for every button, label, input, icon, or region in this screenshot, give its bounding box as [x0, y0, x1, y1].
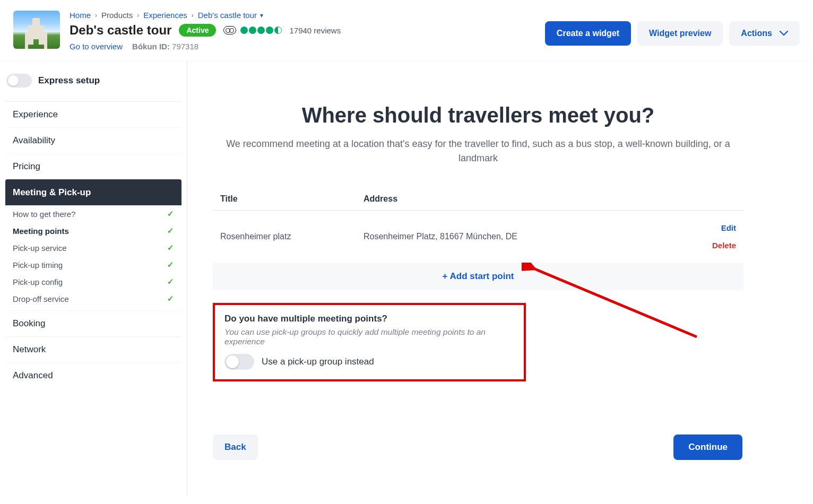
row-actions: Edit Delete [712, 223, 736, 250]
sidebar-subitems: How to get there? ✓ Meeting points ✓ Pic… [5, 205, 181, 310]
check-icon: ✓ [167, 260, 174, 270]
delete-link[interactable]: Delete [712, 241, 736, 250]
rating-dot-half-icon [274, 27, 282, 34]
sidebar-item-experience[interactable]: Experience [5, 101, 181, 127]
main-subheading: We recommend meeting at a location that'… [223, 137, 733, 166]
actions-dropdown-button[interactable]: Actions [729, 21, 800, 46]
bokun-id-value: 797318 [172, 42, 198, 51]
sidebar-item-booking[interactable]: Booking [5, 310, 181, 336]
subitem-label: Pick-up service [13, 244, 67, 253]
overview-link[interactable]: Go to overview [70, 42, 123, 51]
meeting-points-table: Title Address Rosenheimer platz Rosenhei… [213, 194, 743, 290]
footer-buttons: Back Continue [213, 435, 743, 460]
check-icon: ✓ [167, 226, 174, 236]
chevron-right-icon: › [137, 12, 139, 19]
check-icon: ✓ [167, 209, 174, 219]
express-setup-toggle[interactable] [6, 74, 32, 88]
breadcrumb: Home › Products › Experiences › Deb's ca… [70, 11, 535, 20]
header-actions: Create a widget Widget preview Actions [545, 21, 800, 46]
subitem-dropoff-service[interactable]: Drop-off service ✓ [5, 290, 181, 307]
edit-link[interactable]: Edit [721, 223, 736, 232]
title-row: Deb's castle tour Active 17940 reviews [70, 23, 535, 38]
main-content: Where should travellers meet you? We rec… [187, 61, 813, 496]
subitem-label: Meeting points [13, 227, 69, 236]
review-count: 17940 reviews [289, 26, 341, 35]
rating-dot-icon [266, 27, 273, 34]
sidebar-item-advanced[interactable]: Advanced [5, 362, 181, 388]
sidebar-item-network[interactable]: Network [5, 336, 181, 362]
bokun-id: Bókun ID: 797318 [132, 42, 198, 51]
rating-dot-icon [257, 27, 265, 34]
add-start-point-button[interactable]: + Add start point [213, 263, 743, 290]
product-thumbnail [13, 11, 60, 49]
breadcrumb-home[interactable]: Home [70, 11, 91, 20]
multiple-question-title: Do you have multiple meeting points? [224, 314, 514, 324]
breadcrumb-products: Products [101, 11, 133, 20]
subitem-label: Drop-off service [13, 294, 69, 303]
cell-address: Rosenheimer Platz, 81667 München, DE [364, 232, 712, 241]
sidebar-item-availability[interactable]: Availability [5, 127, 181, 153]
bokun-id-label: Bókun ID: [132, 42, 170, 51]
cell-title: Rosenheimer platz [220, 232, 364, 241]
subitem-meeting-points[interactable]: Meeting points ✓ [5, 222, 181, 239]
meta-row: Go to overview Bókun ID: 797318 [70, 42, 535, 51]
sidebar-item-pricing[interactable]: Pricing [5, 153, 181, 179]
subitem-pickup-timing[interactable]: Pick-up timing ✓ [5, 256, 181, 273]
tripadvisor-owl-icon [223, 26, 236, 34]
table-row: Rosenheimer platz Rosenheimer Platz, 816… [213, 211, 743, 263]
actions-label: Actions [741, 29, 772, 38]
subitem-label: Pick-up config [13, 277, 63, 286]
continue-button[interactable]: Continue [673, 435, 742, 460]
rating-dots [240, 27, 282, 34]
express-setup-label: Express setup [38, 75, 100, 86]
multiple-meeting-points-box: Do you have multiple meeting points? You… [213, 303, 526, 381]
column-header-title: Title [220, 194, 364, 204]
check-icon: ✓ [167, 294, 174, 303]
express-setup-row: Express setup [5, 72, 181, 98]
body-layout: Express setup Experience Availability Pr… [0, 61, 813, 496]
table-header: Title Address [213, 194, 743, 211]
status-badge: Active [179, 24, 216, 37]
chevron-down-icon [780, 31, 788, 36]
breadcrumb-experiences[interactable]: Experiences [143, 11, 187, 20]
create-widget-button[interactable]: Create a widget [545, 21, 631, 46]
pickup-group-toggle-label: Use a pick-up group instead [262, 357, 374, 367]
check-icon: ✓ [167, 243, 174, 253]
page-header: Home › Products › Experiences › Deb's ca… [0, 0, 813, 61]
multiple-question-hint: You can use pick-up groups to quickly ad… [224, 327, 514, 346]
chevron-down-icon[interactable]: ▾ [260, 12, 263, 19]
pickup-group-toggle[interactable] [224, 354, 254, 370]
rating-dot-icon [240, 27, 248, 34]
subitem-pickup-config[interactable]: Pick-up config ✓ [5, 273, 181, 290]
back-button[interactable]: Back [213, 435, 258, 460]
subitem-label: How to get there? [13, 210, 75, 219]
chevron-right-icon: › [95, 12, 97, 19]
widget-preview-button[interactable]: Widget preview [637, 21, 723, 46]
column-header-address: Address [364, 194, 736, 204]
main-heading: Where should travellers meet you? [213, 103, 743, 127]
subitem-label: Pick-up timing [13, 260, 63, 270]
breadcrumb-current[interactable]: Deb's castle tour [198, 11, 257, 20]
header-main: Home › Products › Experiences › Deb's ca… [70, 11, 535, 51]
pickup-group-toggle-row: Use a pick-up group instead [224, 354, 514, 370]
chevron-right-icon: › [192, 12, 194, 19]
check-icon: ✓ [167, 277, 174, 286]
subitem-pickup-service[interactable]: Pick-up service ✓ [5, 239, 181, 256]
page-title: Deb's castle tour [70, 23, 171, 38]
subitem-how-to-get-there[interactable]: How to get there? ✓ [5, 205, 181, 222]
sidebar: Express setup Experience Availability Pr… [0, 61, 187, 496]
rating-dot-icon [249, 27, 256, 34]
sidebar-item-meeting-pickup[interactable]: Meeting & Pick-up [5, 179, 181, 205]
tripadvisor-rating [223, 26, 282, 34]
